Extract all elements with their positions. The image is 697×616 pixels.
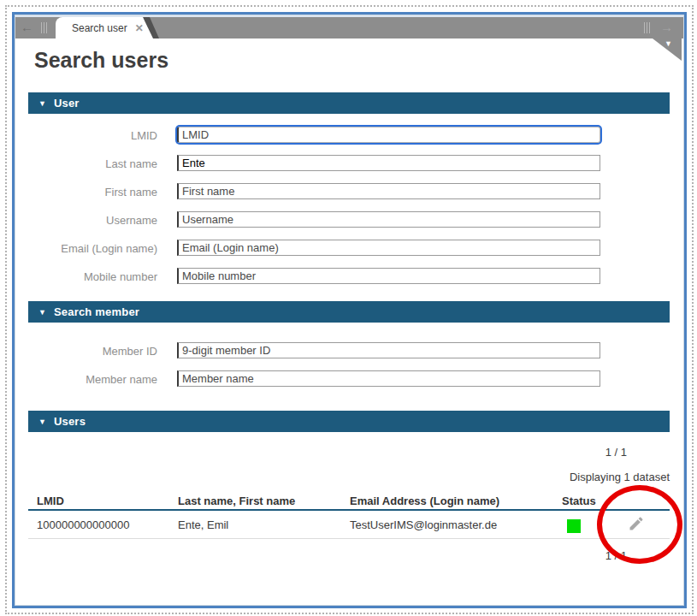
label-mobile: Mobile number xyxy=(28,270,157,283)
username-input[interactable] xyxy=(177,211,600,228)
email-input[interactable] xyxy=(177,240,600,256)
column-header-email: Email Address (Login name) xyxy=(350,495,499,507)
edit-user-button[interactable] xyxy=(627,515,646,534)
last-name-input[interactable] xyxy=(177,155,600,171)
column-header-lmid: LMID xyxy=(37,495,64,507)
label-first-name: First name xyxy=(28,186,157,198)
tab-label: Search user xyxy=(72,22,127,34)
collapse-triangle-icon: ▼ xyxy=(38,418,46,426)
cell-lmid: 100000000000000 xyxy=(37,518,129,531)
label-last-name: Last name xyxy=(28,157,157,170)
column-header-status: Status xyxy=(562,495,596,507)
scroll-tabs-left-icon[interactable]: ← xyxy=(21,17,33,38)
cell-name: Ente, Emil xyxy=(178,518,228,531)
label-member-name: Member name xyxy=(28,373,157,386)
member-id-input[interactable] xyxy=(177,342,600,358)
section-header-user[interactable]: ▼ User xyxy=(28,92,670,114)
screenshot-root: ← Search user ✕ → ▼ Search users ▼ User … xyxy=(0,0,697,616)
close-icon[interactable]: ✕ xyxy=(135,22,144,34)
section-title: User xyxy=(54,97,80,110)
collapse-triangle-icon: ▼ xyxy=(38,99,46,108)
label-lmid: LMID xyxy=(28,129,157,142)
label-username: Username xyxy=(28,214,157,227)
scroll-tabs-right-icon[interactable]: → xyxy=(660,17,673,38)
first-name-input[interactable] xyxy=(177,183,600,199)
pencil-icon xyxy=(628,515,645,532)
mobile-number-input[interactable] xyxy=(177,268,600,284)
column-header-name: Last name, First name xyxy=(178,495,295,507)
tab-overflow-caret-icon[interactable]: ▼ xyxy=(665,39,672,48)
pagination-top: 1 / 1 xyxy=(28,446,627,459)
status-badge xyxy=(567,519,581,533)
tab-search-user[interactable]: Search user ✕ xyxy=(56,17,153,38)
member-name-input[interactable] xyxy=(177,370,600,387)
section-title: Users xyxy=(54,415,86,428)
collapse-triangle-icon: ▼ xyxy=(38,308,46,317)
section-header-users[interactable]: ▼ Users xyxy=(28,411,670,432)
label-email: Email (Login name) xyxy=(28,242,157,255)
cell-email: TestUserIMS@loginmaster.de xyxy=(350,518,497,531)
page-title: Search users xyxy=(34,48,168,73)
section-title: Search member xyxy=(54,305,139,318)
lmid-input[interactable] xyxy=(177,127,600,143)
pagination-bottom: 1 / 1 xyxy=(28,549,627,562)
tab-bar-grip-left-icon[interactable] xyxy=(41,22,48,33)
table-header-divider xyxy=(28,509,670,511)
table-row-divider xyxy=(28,538,670,539)
section-header-search-member[interactable]: ▼ Search member xyxy=(28,301,670,323)
tab-bar: ← Search user ✕ → xyxy=(15,17,684,38)
label-member-id: Member ID xyxy=(28,345,157,358)
tab-bar-grip-right-icon[interactable] xyxy=(644,22,651,33)
dataset-count-label: Displaying 1 dataset xyxy=(28,471,670,483)
